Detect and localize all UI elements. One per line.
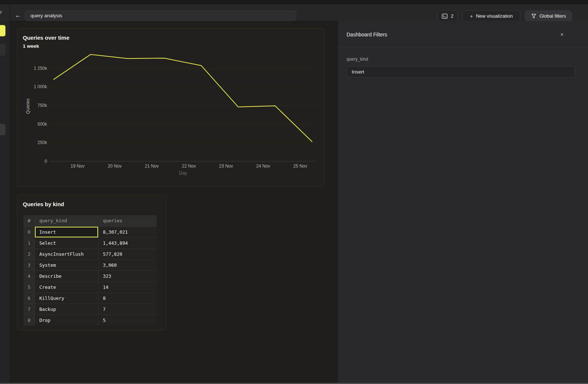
- close-icon[interactable]: ×: [559, 31, 565, 38]
- svg-text:24 Nov: 24 Nov: [256, 164, 270, 169]
- svg-text:23 Nov: 23 Nov: [219, 164, 233, 169]
- dashboard-filters-panel: Dashboard Filters × query_kind Insert: [338, 21, 588, 383]
- col-header-index: #: [24, 215, 35, 226]
- query-kind-cell[interactable]: AsyncInsertFlush: [35, 248, 98, 259]
- global-filters-label: Global filters: [539, 13, 566, 19]
- svg-text:19 Nov: 19 Nov: [71, 164, 85, 169]
- query-kind-cell[interactable]: KillQuery: [35, 293, 98, 304]
- svg-text:500k: 500k: [37, 122, 47, 127]
- table-card: Queries by kind #query_kindqueries0Inser…: [17, 195, 166, 330]
- window-top-strip: [0, 0, 588, 4]
- svg-text:0: 0: [44, 159, 47, 164]
- queries-count-label: 2: [451, 13, 453, 19]
- new-visualization-button[interactable]: + New visualization: [462, 10, 520, 22]
- rail-tile[interactable]: [0, 124, 6, 135]
- new-visualization-label: New visualization: [476, 13, 513, 19]
- queries-value-cell[interactable]: 14: [98, 281, 157, 293]
- svg-text:Queries: Queries: [25, 98, 31, 114]
- rail-tile[interactable]: [0, 44, 6, 56]
- rail-tile-active[interactable]: [0, 25, 6, 36]
- filters-panel-title: Dashboard Filters: [347, 32, 387, 37]
- queries-count-button[interactable]: 2: [437, 10, 458, 22]
- svg-text:1 250k: 1 250k: [34, 66, 47, 71]
- topbar: ← query analysis 2 + New visualization G…: [0, 4, 588, 21]
- chart-card: Queries over time 1 week 0250k500k750k1 …: [17, 28, 325, 187]
- queries-value-cell[interactable]: 577,820: [98, 248, 157, 259]
- filters-panel-divider: [338, 47, 588, 48]
- query-kind-cell[interactable]: Describe: [35, 270, 98, 281]
- terminal-icon: [442, 14, 448, 19]
- queries-value-cell[interactable]: 5: [98, 315, 157, 326]
- left-rail: [0, 21, 10, 383]
- svg-text:25 Nov: 25 Nov: [293, 164, 307, 169]
- svg-text:1 000k: 1 000k: [34, 84, 47, 89]
- plus-icon: +: [470, 13, 473, 19]
- back-arrow-icon: ←: [15, 12, 21, 19]
- queries-value-cell[interactable]: 8: [98, 293, 157, 304]
- svg-text:750k: 750k: [37, 103, 47, 108]
- svg-text:250k: 250k: [37, 140, 47, 145]
- table-title: Queries by kind: [23, 201, 64, 207]
- row-index-cell[interactable]: 3: [24, 259, 35, 270]
- query-kind-cell[interactable]: Create: [35, 281, 98, 293]
- queries-value-cell[interactable]: 8,307,021: [98, 226, 157, 237]
- query-kind-cell[interactable]: Select: [35, 237, 98, 248]
- rail-history-button[interactable]: ↻: [0, 4, 10, 21]
- row-index-cell[interactable]: 7: [24, 304, 35, 315]
- col-header-query-kind: query_kind: [35, 215, 98, 226]
- row-index-cell[interactable]: 6: [24, 293, 35, 304]
- row-index-cell[interactable]: 5: [24, 281, 35, 293]
- query-kind-filter-input[interactable]: Insert: [347, 66, 575, 78]
- back-button[interactable]: ←: [14, 11, 22, 19]
- rail-content-divider: [10, 0, 10, 383]
- row-index-cell[interactable]: 0: [24, 226, 35, 237]
- filter-field-label: query_kind: [347, 57, 368, 62]
- global-filters-button[interactable]: Global filters: [525, 10, 572, 22]
- row-index-cell[interactable]: 2: [24, 248, 35, 259]
- query-kind-cell[interactable]: Drop: [35, 315, 98, 326]
- svg-text:21 Nov: 21 Nov: [145, 164, 159, 169]
- query-kind-cell[interactable]: Insert: [35, 226, 98, 237]
- svg-text:20 Nov: 20 Nov: [108, 164, 122, 169]
- svg-text:Day: Day: [179, 171, 187, 176]
- queries-value-cell[interactable]: 7: [98, 304, 157, 315]
- queries-by-kind-table: #query_kindqueries0Insert8,307,0211Selec…: [24, 215, 157, 326]
- dashboard-name-input[interactable]: query analysis: [25, 11, 296, 21]
- row-index-cell[interactable]: 4: [24, 270, 35, 281]
- queries-value-cell[interactable]: 1,443,894: [98, 237, 157, 248]
- queries-value-cell[interactable]: 323: [98, 270, 157, 281]
- history-refresh-icon: ↻: [0, 8, 2, 15]
- query-kind-cell[interactable]: System: [35, 259, 98, 270]
- col-header-queries: queries: [98, 215, 157, 226]
- funnel-filter-icon: [531, 13, 537, 19]
- row-index-cell[interactable]: 1: [24, 237, 35, 248]
- row-index-cell[interactable]: 8: [24, 315, 35, 326]
- query-kind-cell[interactable]: Backup: [35, 304, 98, 315]
- queries-value-cell[interactable]: 3,060: [98, 259, 157, 270]
- svg-text:22 Nov: 22 Nov: [182, 164, 196, 169]
- rail-divider: [0, 60, 10, 60]
- queries-over-time-chart[interactable]: 0250k500k750k1 000k1 250k19 Nov20 Nov21 …: [17, 29, 324, 186]
